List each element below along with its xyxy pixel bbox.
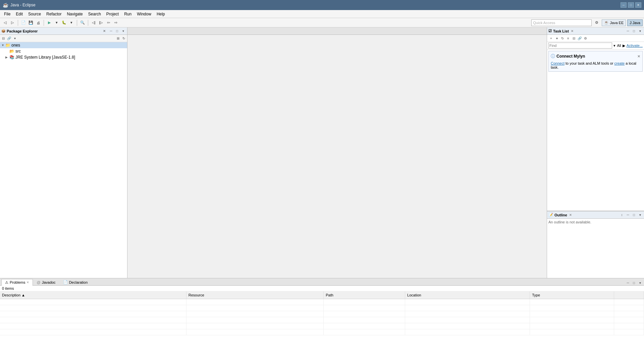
tree-item-src[interactable]: 📂 src — [0, 48, 127, 54]
menu-run[interactable]: Run — [121, 10, 134, 18]
menu-search[interactable]: Search — [86, 10, 104, 18]
tab-javadoc[interactable]: @ Javadoc — [33, 279, 59, 285]
search-button[interactable]: 🔍 — [79, 19, 86, 26]
col-resource[interactable]: Resource — [186, 291, 323, 299]
quick-access-box[interactable]: Quick Access — [531, 19, 592, 26]
save-button[interactable]: 💾 — [27, 19, 35, 26]
app-title: Java - Eclipse — [10, 3, 619, 7]
outline-minimize[interactable]: ─ — [625, 212, 631, 218]
outline-sort-icon[interactable]: ↕ — [619, 212, 625, 218]
task-list-maximize[interactable]: □ — [631, 28, 637, 34]
task-arrow-icon: ▶ — [623, 44, 625, 48]
run-dropdown[interactable]: ▾ — [53, 19, 60, 26]
menu-help[interactable]: Help — [154, 10, 168, 18]
toolbar-settings-icon[interactable]: ⚙ — [593, 19, 600, 26]
perspective-java-ee-button[interactable]: ☕ Java EE — [602, 19, 626, 26]
right-panel: ☑ Task List ✕ ─ □ ▾ + ▾ ↻ ≡ ⊟ — [547, 27, 644, 278]
close-button[interactable]: ✕ — [635, 2, 641, 8]
view-menu-icon[interactable]: ▾ — [12, 36, 17, 41]
bottom-content: 0 items Description ▲ Resource Path Loca… — [0, 286, 644, 345]
panel-menu-button[interactable]: ▾ — [120, 28, 126, 34]
link-with-editor-icon[interactable]: 🔗 — [6, 36, 12, 41]
jre-toggle[interactable]: ▶ — [5, 56, 9, 59]
main-layout: 📦 Package Explorer ✕ ─ □ ▾ ⊟ 🔗 ▾ ⊞ ↻ ▼ — [0, 27, 644, 345]
forward-button[interactable]: ▷ — [9, 19, 16, 26]
titlebar: ☕ Java - Eclipse ─ □ ✕ — [0, 0, 644, 10]
filter-icon[interactable]: ⊞ — [115, 36, 121, 41]
bottom-menu-icon[interactable]: ▾ — [637, 280, 643, 285]
task-activate-link[interactable]: Activate... — [627, 44, 643, 48]
debug-dropdown[interactable]: ▾ — [68, 19, 75, 26]
outline-header: 📝 Outline ✕ ↕ ─ □ ▾ — [547, 211, 644, 219]
problems-tab-close[interactable]: ✕ — [26, 281, 29, 284]
menu-file[interactable]: File — [1, 10, 13, 18]
prev-edit-button[interactable]: ◁| — [90, 19, 97, 26]
maximize-button[interactable]: □ — [628, 2, 634, 8]
menu-navigate[interactable]: Navigate — [64, 10, 85, 18]
run-button[interactable]: ▶ — [46, 19, 53, 26]
task-list-title: ☑ Task List ✕ — [548, 29, 574, 33]
project-toggle[interactable]: ▼ — [1, 44, 5, 47]
col-path[interactable]: Path — [324, 291, 405, 299]
mylyn-create-link[interactable]: create — [614, 61, 625, 65]
col-type[interactable]: Type — [530, 291, 614, 299]
print-button[interactable]: 🖨 — [35, 19, 42, 26]
maximize-panel-button[interactable]: □ — [114, 28, 120, 34]
col-location[interactable]: Location — [405, 291, 530, 299]
package-explorer-content: ▼ 📁 ones 📂 src ▶ 📚 JRE System Library [ — [0, 42, 127, 278]
project-label: ones — [11, 43, 20, 48]
task-collapse-icon[interactable]: ⊟ — [571, 36, 577, 41]
tree-item-jre[interactable]: ▶ 📚 JRE System Library [JavaSE-1.8] — [0, 54, 127, 60]
java-icon: J — [630, 21, 632, 25]
tree-item-project[interactable]: ▼ 📁 ones — [0, 42, 127, 48]
debug-button[interactable]: 🐛 — [60, 19, 68, 26]
table-row — [0, 299, 644, 305]
package-explorer-close-icon[interactable]: ✕ — [102, 28, 107, 34]
menu-edit[interactable]: Edit — [13, 10, 25, 18]
task-find-input[interactable] — [548, 43, 612, 49]
task-list-label: Task List — [553, 29, 569, 33]
task-settings-icon[interactable]: ⚙ — [583, 36, 588, 41]
task-all-label[interactable]: All — [617, 44, 621, 48]
menu-window[interactable]: Window — [134, 10, 154, 18]
back-button[interactable]: ◁ — [1, 19, 9, 26]
src-icon: 📂 — [9, 49, 14, 54]
task-new-icon[interactable]: + — [548, 36, 554, 41]
task-filter-icon[interactable]: ▾ — [554, 36, 559, 41]
last-edit-fwd-button[interactable]: ⇨ — [112, 19, 119, 26]
bottom-maximize-icon[interactable]: □ — [631, 280, 637, 285]
outline-title: 📝 Outline ✕ — [548, 213, 572, 217]
outline-menu[interactable]: ▾ — [637, 212, 643, 218]
menu-project[interactable]: Project — [104, 10, 121, 18]
outline-close-icon[interactable]: ✕ — [569, 213, 572, 217]
perspective-java-button[interactable]: J Java — [627, 19, 643, 26]
bottom-minimize-icon[interactable]: ─ — [625, 280, 631, 285]
last-edit-button[interactable]: ⇦ — [105, 19, 112, 26]
task-sync-icon[interactable]: ↻ — [560, 36, 565, 41]
task-link-icon[interactable]: 🔗 — [577, 36, 582, 41]
task-list-minimize[interactable]: ─ — [625, 28, 631, 34]
outline-maximize[interactable]: □ — [631, 212, 637, 218]
table-row — [0, 311, 644, 317]
toolbar-sep-2 — [44, 20, 44, 26]
mylyn-header: ⓘ Connect Mylyn ✕ — [551, 53, 640, 59]
menu-refactor[interactable]: Refactor — [44, 10, 64, 18]
mylyn-close-icon[interactable]: ✕ — [637, 54, 640, 59]
task-list-menu[interactable]: ▾ — [637, 28, 643, 34]
tab-declaration[interactable]: 📄 Declaration — [59, 279, 92, 285]
javadoc-label: Javadoc — [42, 280, 56, 284]
next-edit-button[interactable]: |▷ — [97, 19, 105, 26]
task-categorize-icon[interactable]: ≡ — [566, 36, 571, 41]
collapse-all-icon[interactable]: ⊟ — [1, 36, 6, 41]
task-list-panel: ☑ Task List ✕ ─ □ ▾ + ▾ ↻ ≡ ⊟ — [547, 27, 644, 211]
mylyn-connect-link[interactable]: Connect — [551, 61, 565, 65]
minimize-button[interactable]: ─ — [621, 2, 627, 8]
task-list-close-icon[interactable]: ✕ — [571, 29, 574, 33]
sync-icon[interactable]: ↻ — [121, 36, 126, 41]
minimize-panel-button[interactable]: ─ — [108, 28, 114, 34]
new-button[interactable]: 📄 — [20, 19, 27, 26]
outline-controls: ↕ ─ □ ▾ — [619, 212, 643, 218]
col-description[interactable]: Description ▲ — [0, 291, 186, 299]
menu-source[interactable]: Source — [25, 10, 44, 18]
tab-problems[interactable]: ⚠ Problems ✕ — [1, 279, 33, 286]
